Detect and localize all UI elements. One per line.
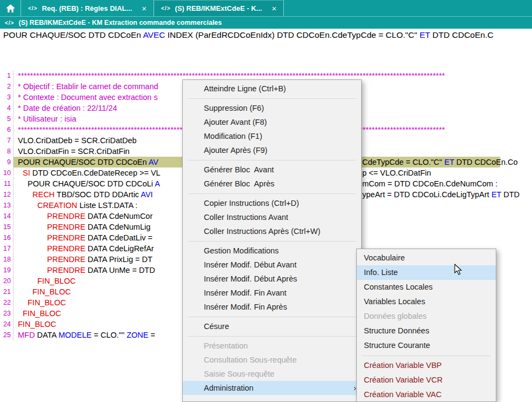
menu-item-label: Info. Liste [364,268,398,277]
menu-separator [188,336,356,337]
code-token: FIN_BLOC [23,309,61,318]
query-line: POUR CHAQUE/SOC DTD CDCoEn AVEC INDEX (P… [0,28,532,44]
menu-item[interactable]: Création Variable VCR [357,373,496,387]
menu-item[interactable]: Copier Instructions (Ctrl+D) [183,196,361,210]
mouse-cursor [454,264,462,276]
line-number: 7 [0,135,14,146]
code-token: FIN_BLOC [18,320,56,329]
code-token: PRENDRE [47,266,85,274]
tab[interactable]: </>(S) REB/IKMExtCdeE - K...× [154,0,284,16]
code-token: ET [491,190,501,199]
code-token: DATA UnMe = DTD [85,266,155,274]
doc-title: (S) REB/IKMExtCdeE - KM Extraction comma… [18,19,222,26]
menu-item[interactable]: Générer Bloc Après [183,177,361,191]
menu-item-label: Création Variable VBP [364,361,442,370]
menu-item[interactable]: Variables Locales [357,294,496,309]
menu-item[interactable]: Insérer Modif. Début Avant [183,258,361,272]
code-token: DATA PrixLig = DT [85,255,152,264]
line-number: 15 [0,222,14,232]
menu-item[interactable]: Administration› [183,381,361,395]
menu-item: Présentation [183,339,361,353]
line-number: 11 [0,178,14,189]
doc-header: </> (S) REB/IKMExtCdeE - KM Extraction c… [0,16,532,29]
code-token: * Date de création : 22/11/24 [18,104,117,112]
menu-item[interactable]: Générer Bloc Avant [183,163,361,177]
menu-item-label: Création Variable VCR [364,376,443,384]
menu-item[interactable]: Suppression (F6) [183,101,361,115]
code-token: Liste LST.DATA : [77,201,137,210]
menu-item[interactable]: Coller Instructions Après (Ctrl+W) [183,224,361,238]
code-token: * Objectif : Etablir le carnet de comman… [18,82,158,91]
home-button[interactable] [0,0,21,16]
menu-item[interactable]: Création Variable VBP [357,358,496,373]
code-token: PRENDRE [47,255,85,264]
line-number: 20 [0,276,14,286]
menu-item[interactable]: Info. Liste [357,265,496,280]
code-token: DATA CdeLigRefAr [85,244,154,253]
menu-item-label: Copier Instructions (Ctrl+D) [204,199,299,207]
menu-item-label: Insérer Modif. Début Avant [204,260,296,269]
menu-item-label: Générer Bloc Après [204,179,275,188]
code-token: ET [444,158,454,166]
tab-strip: </>Req. (REB) : Règles DIAL...×</>(S) RE… [21,0,532,16]
close-icon[interactable]: × [272,4,277,12]
menu-item-label: Ajouter Après (F9) [204,146,268,155]
code-token: * Contexte : Document avec extraction s [18,93,158,102]
menu-item-label: Atteindre Ligne (Ctrl+B) [204,84,286,93]
menu-item[interactable]: Ajouter Avant (F8) [183,115,361,129]
menu-item[interactable]: Césure [183,319,361,333]
submenu: VocabulaireInfo. ListeConstantes Locales… [356,249,496,402]
menu-item-label: Gestion Modifications [204,246,279,255]
line-number: 21 [0,286,14,297]
line-number: 5 [0,113,14,124]
menu-item-label: Données globales [364,312,427,320]
menu-item[interactable]: Coller Instructions Avant [183,210,361,224]
menu-item-label: Saisie Sous-requête [204,370,275,378]
menu-item[interactable]: Insérer Modif. Début Après [183,272,361,286]
menu-item-label: Structure Données [364,326,429,335]
line-number: 22 [0,297,14,308]
menu-separator [188,193,356,194]
menu-item[interactable]: Constantes Locales [357,280,496,294]
menu-item-label: Ajouter Avant (F8) [204,118,267,126]
code-icon: </> [161,5,170,11]
code-token: A [155,179,160,188]
line-number: 10 [0,168,14,178]
menu-item-label: Constantes Locales [364,283,433,291]
menu-item[interactable]: Création Variable VAC [357,387,496,402]
code-token: ypeArt = DTD CDCoLi.CdeLigTypArt [362,190,491,199]
menu-item-label: Administration [204,384,254,392]
code-token: MODELE [58,331,91,339]
tab-label: (S) REB/IKMExtCdeE - K... [175,4,262,12]
menu-item[interactable]: Vocabulaire [357,251,496,265]
menu-separator [188,98,356,99]
menu-item[interactable]: Ajouter Après (F9) [183,143,361,157]
line-number: 14 [0,211,14,222]
menu-item[interactable]: Atteindre Ligne (Ctrl+B) [183,82,361,96]
line-number: 9 [0,157,14,168]
menu-item[interactable]: Insérer Modif. Fin Avant [183,286,361,300]
menu-item-label: Insérer Modif. Fin Après [204,303,287,311]
menu-item[interactable]: Gestion Modifications [183,244,361,258]
menu-item[interactable]: Insérer Modif. Fin Après [183,300,361,314]
context-menu: Atteindre Ligne (Ctrl+B)Suppression (F6)… [182,79,362,402]
code-icon: </> [5,20,14,26]
code-token: VLO.CriDatDeb = SCR.CriDatDeb [18,136,137,145]
tab-label: Req. (REB) : Règles DIAL... [42,4,132,12]
code-token: = [148,331,155,339]
code-token: MFD [18,331,35,339]
menu-item[interactable]: Modification (F1) [183,129,361,143]
code-token: AV [149,158,158,166]
menu-item[interactable]: Structure Données [357,324,496,338]
menu-item: Consultation Sous-requête [183,353,361,367]
menu-item-label: Coller Instructions Après (Ctrl+W) [204,227,321,236]
close-icon[interactable]: × [142,4,147,12]
menu-item-label: Variables Locales [364,297,425,306]
menu-item-label: Structure Courante [364,341,430,350]
tab[interactable]: </>Req. (REB) : Règles DIAL...× [21,0,154,16]
menu-item[interactable]: Structure Courante [357,338,496,353]
code-token: DATA CdeNumCor [85,212,152,220]
line-number: 8 [0,146,14,157]
menu-separator [188,317,356,317]
home-icon [6,4,15,12]
